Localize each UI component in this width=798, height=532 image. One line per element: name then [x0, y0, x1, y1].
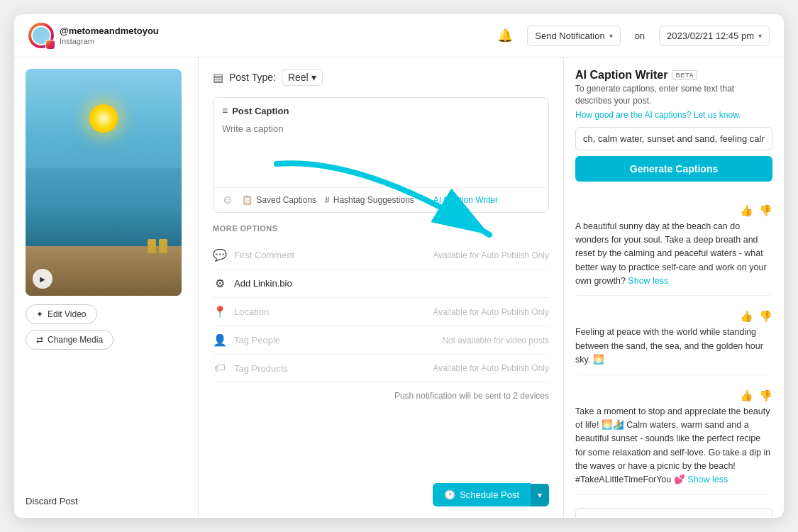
- location-icon: 📍: [213, 305, 227, 318]
- media-preview: ▶: [26, 69, 182, 296]
- push-note: Push notification will be sent to 2 devi…: [213, 391, 549, 401]
- right-panel: AI Caption Writer BETA To generate capti…: [564, 57, 784, 518]
- caption-result-2: 👍 👎 Feeling at peace with the world whil…: [575, 303, 772, 375]
- thumbs-up-1[interactable]: 👍: [740, 204, 753, 217]
- option-row-linkin[interactable]: ⚙ Add Linkin.bio: [213, 270, 549, 298]
- notification-dropdown-arrow: ▾: [609, 32, 613, 40]
- thumbs-up-3[interactable]: 👍: [740, 389, 753, 402]
- account-platform: Instagram: [60, 37, 159, 45]
- footer-actions: 🕐 Schedule Post ▾: [213, 475, 549, 506]
- post-type-select[interactable]: Reel ▾: [282, 69, 323, 86]
- schedule-dropdown-button[interactable]: ▾: [531, 484, 549, 506]
- result-text-1: A beautiful sunny day at the beach can d…: [575, 220, 772, 289]
- show-less-3[interactable]: Show less: [687, 475, 728, 484]
- left-panel: ▶ ✦ Edit Video ⇄ Change Media Discard Po…: [14, 57, 199, 518]
- hashtag-icon: #: [325, 195, 330, 205]
- tag-products-label: Tag Products: [234, 363, 426, 374]
- play-button[interactable]: ▶: [33, 269, 52, 289]
- tag-products-icon: 🏷: [213, 362, 227, 375]
- schedule-post-label: Schedule Post: [460, 489, 519, 500]
- middle-panel: ▤ Post Type: Reel ▾ ≡ Post Caption ☺ 📋: [199, 57, 564, 518]
- instagram-badge: [45, 40, 55, 50]
- change-media-label: Change Media: [48, 335, 103, 345]
- result-1-actions: 👍 👎: [575, 204, 772, 217]
- ai-caption-label: AI Caption Writer: [433, 195, 498, 205]
- result-3-actions: 👍 👎: [575, 389, 772, 402]
- hashtag-button[interactable]: # Hashtag Suggestions: [325, 195, 414, 205]
- location-avail: Available for Auto Publish Only: [433, 307, 549, 317]
- saved-captions-button[interactable]: 📋 Saved Captions: [242, 195, 316, 205]
- change-media-icon: ⇄: [36, 335, 43, 345]
- caption-box: ≡ Post Caption ☺ 📋 Saved Captions # Hash…: [213, 97, 549, 213]
- notification-label: Send Notification: [535, 31, 604, 41]
- generate-captions-button[interactable]: Generate Captions: [575, 156, 772, 182]
- tag-people-icon: 👤: [213, 333, 227, 347]
- ai-subtitle: To generate captions, enter some text th…: [575, 83, 772, 107]
- tag-products-avail: Available for Auto Publish Only: [433, 363, 549, 373]
- post-type-label: Post Type:: [229, 72, 276, 83]
- tag-people-label: Tag People: [234, 335, 435, 345]
- hashtag-label: Hashtag Suggestions: [333, 195, 414, 205]
- tag-people-unavail: Not available for video posts: [442, 336, 549, 345]
- schedule-dropdown-arrow: ▾: [538, 490, 542, 500]
- caption-footer: ☺ 📋 Saved Captions # Hashtag Suggestions…: [214, 187, 548, 212]
- saved-captions-icon: 📋: [242, 195, 253, 205]
- ai-link[interactable]: How good are the AI captions? Let us kno…: [575, 110, 772, 120]
- first-comment-avail: Available for Auto Publish Only: [433, 250, 549, 260]
- result-text-3: Take a moment to stop and appreciate the…: [575, 405, 772, 487]
- sun-decoration: [89, 104, 118, 133]
- post-type-row: ▤ Post Type: Reel ▾: [213, 69, 549, 86]
- edit-video-icon: ✦: [36, 309, 43, 319]
- done-button[interactable]: Done: [575, 508, 772, 518]
- location-label: Location: [234, 306, 426, 317]
- emoji-button[interactable]: ☺: [222, 194, 233, 206]
- media-actions: ✦ Edit Video ⇄ Change Media: [26, 304, 187, 350]
- change-media-button[interactable]: ⇄ Change Media: [26, 330, 113, 350]
- content-area: ▶ ✦ Edit Video ⇄ Change Media Discard Po…: [14, 57, 784, 518]
- account-info: @metomeandmetoyou Instagram: [28, 23, 159, 48]
- option-row-tag-products: 🏷 Tag Products Available for Auto Publis…: [213, 355, 549, 382]
- linkin-label: Add Linkin.bio: [234, 278, 549, 289]
- bell-icon[interactable]: 🔔: [497, 28, 513, 43]
- date-dropdown[interactable]: 2023/02/21 12:45 pm ▾: [659, 26, 770, 46]
- caption-textarea[interactable]: [214, 121, 548, 184]
- ai-caption-icon: ✦: [423, 195, 430, 205]
- result-2-actions: 👍 👎: [575, 310, 772, 323]
- notification-dropdown[interactable]: Send Notification ▾: [527, 26, 620, 46]
- first-comment-icon: 💬: [213, 248, 227, 262]
- discard-post-link[interactable]: Discard Post: [26, 484, 78, 506]
- thumbs-down-1[interactable]: 👎: [759, 204, 772, 217]
- date-value: 2023/02/21 12:45 pm: [667, 31, 754, 41]
- thumbs-down-3[interactable]: 👎: [759, 389, 772, 402]
- linkin-icon: ⚙: [213, 277, 227, 290]
- ai-title: AI Caption Writer: [575, 69, 667, 82]
- ai-title-row: AI Caption Writer BETA: [575, 69, 772, 82]
- caption-header: ≡ Post Caption: [214, 98, 548, 121]
- thumbs-down-2[interactable]: 👎: [759, 310, 772, 323]
- thumbs-up-2[interactable]: 👍: [740, 310, 753, 323]
- more-options-label: MORE OPTIONS: [213, 224, 549, 233]
- schedule-post-group: 🕐 Schedule Post ▾: [433, 483, 549, 506]
- option-row-tag-people: 👤 Tag People Not available for video pos…: [213, 326, 549, 355]
- on-label: on: [635, 31, 645, 41]
- caption-icon: ≡: [222, 105, 228, 116]
- beta-badge: BETA: [672, 70, 697, 80]
- caption-result-3: 👍 👎 Take a moment to stop and appreciate…: [575, 382, 772, 495]
- post-type-value: Reel: [288, 72, 309, 83]
- saved-captions-label: Saved Captions: [256, 195, 316, 205]
- post-type-icon: ▤: [213, 71, 223, 84]
- edit-video-label: Edit Video: [48, 309, 87, 319]
- date-dropdown-arrow: ▾: [758, 32, 762, 40]
- edit-video-button[interactable]: ✦ Edit Video: [26, 304, 97, 324]
- post-type-arrow: ▾: [311, 72, 316, 83]
- option-row-location: 📍 Location Available for Auto Publish On…: [213, 298, 549, 326]
- ai-caption-input[interactable]: [575, 127, 772, 150]
- caption-label: Post Caption: [232, 106, 289, 116]
- schedule-post-button[interactable]: 🕐 Schedule Post: [433, 483, 531, 506]
- ai-caption-button[interactable]: ✦ AI Caption Writer: [423, 195, 498, 205]
- option-row-first-comment: 💬 First Comment Available for Auto Publi…: [213, 241, 549, 270]
- header: @metomeandmetoyou Instagram 🔔 Send Notif…: [14, 14, 784, 57]
- show-less-1[interactable]: Show less: [628, 276, 668, 286]
- first-comment-label: First Comment: [234, 250, 426, 260]
- avatar: [28, 23, 54, 48]
